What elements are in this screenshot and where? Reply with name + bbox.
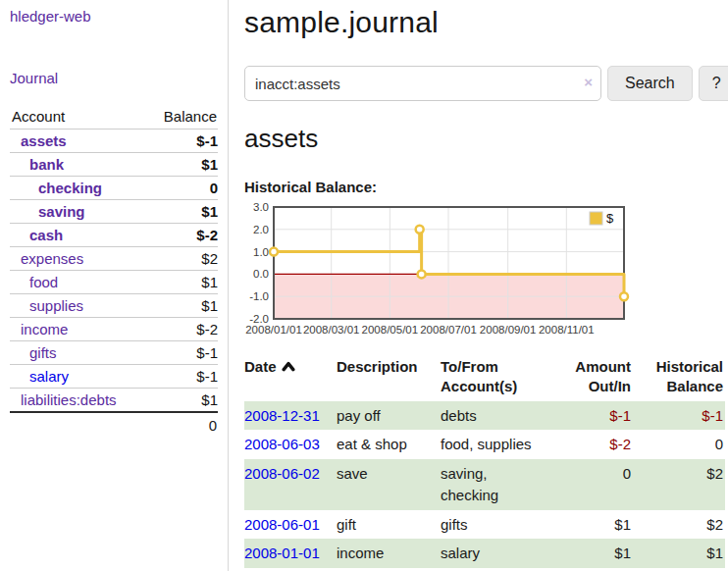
account-row: bank$1: [10, 153, 218, 177]
account-row: food$1: [10, 271, 218, 294]
account-balance: $1: [146, 389, 218, 413]
account-link[interactable]: cash: [29, 227, 63, 243]
register-balance-cell: 0: [633, 430, 725, 459]
register-header-row: Date Description To/From Account(s) Amou…: [244, 355, 725, 401]
account-link[interactable]: salary: [29, 368, 69, 385]
account-name-cell: income: [10, 318, 146, 341]
account-heading: assets: [244, 124, 728, 154]
register-date-cell: 2008-01-01: [244, 539, 337, 568]
register-header-date[interactable]: Date: [244, 355, 337, 401]
register-balance-cell: $1: [633, 539, 725, 568]
account-name-cell: gifts: [10, 341, 146, 365]
register-amount-cell: $-1: [546, 401, 633, 431]
register-balance-cell: $-1: [633, 401, 725, 431]
account-link[interactable]: income: [21, 321, 68, 337]
search-input[interactable]: [244, 66, 601, 101]
account-row: cash$-2: [10, 224, 218, 247]
sidebar-item-journal[interactable]: Journal: [10, 70, 218, 86]
account-row: salary$-1: [10, 365, 218, 389]
account-link[interactable]: assets: [21, 132, 67, 149]
account-name-cell: bank: [10, 153, 146, 177]
accounts-total-row: 0: [10, 412, 218, 438]
account-name-cell: assets: [10, 130, 146, 153]
transaction-date-link[interactable]: 2008-06-01: [244, 516, 320, 533]
account-row: assets$-1: [10, 130, 218, 153]
transaction-date-link[interactable]: 2008-01-01: [244, 545, 320, 561]
account-row: saving$1: [10, 200, 218, 224]
x-axis-tick: 2008/11/01: [539, 324, 595, 336]
chart-svg: $3.02.01.00.0-1.0-2.02008/01/012008/03/0…: [244, 201, 702, 338]
account-row: liabilities:debts$1: [10, 389, 218, 413]
y-axis-tick: 0.0: [253, 268, 269, 280]
register-row: 2008-06-01giftgifts$1$2: [244, 510, 725, 540]
search-button[interactable]: Search: [607, 66, 693, 101]
register-description-cell: gift: [337, 510, 441, 540]
transaction-date-link[interactable]: 2008-06-03: [244, 436, 320, 452]
chart-title: Historical Balance:: [244, 179, 728, 195]
register-accounts-cell: gifts: [441, 510, 546, 540]
main-content: sample.journal × Search ? assets Histori…: [229, 0, 728, 571]
sort-asc-icon: [282, 357, 295, 377]
register-date-cell: 2008-06-02: [244, 459, 337, 510]
account-name-cell: expenses: [10, 247, 146, 271]
y-axis-tick: 3.0: [253, 201, 269, 213]
register-amount-cell: $1: [546, 539, 633, 568]
accounts-header-account: Account: [10, 105, 146, 130]
account-row: gifts$-1: [10, 341, 218, 365]
transaction-date-link[interactable]: 2008-12-31: [244, 407, 320, 424]
brand-link[interactable]: hledger-web: [10, 8, 218, 25]
x-axis-tick: 2008/05/01: [362, 324, 419, 336]
accounts-tbody: assets$-1bank$1checking0saving$1cash$-2e…: [10, 130, 218, 413]
account-name-cell: food: [10, 271, 146, 294]
account-link[interactable]: checking: [38, 180, 102, 196]
register-row: 2008-12-31pay offdebts$-1$-1: [244, 401, 725, 431]
account-balance: $1: [146, 153, 218, 177]
account-balance: $-2: [146, 318, 218, 341]
register-date-cell: 2008-12-31: [244, 401, 337, 431]
register-row: 2008-06-02savesaving, checking0$2: [244, 459, 725, 510]
account-balance: $-1: [146, 130, 218, 153]
account-link[interactable]: gifts: [29, 344, 57, 361]
account-row: income$-2: [10, 318, 218, 341]
register-row: 2008-06-03eat & shopfood, supplies$-20: [244, 430, 725, 459]
x-axis-tick: 2008/03/01: [303, 324, 360, 336]
register-amount-cell: 0: [546, 459, 633, 510]
account-balance: 0: [146, 177, 218, 200]
account-name-cell: liabilities:debts: [10, 389, 146, 413]
account-link[interactable]: supplies: [29, 297, 83, 314]
account-row: supplies$1: [10, 294, 218, 318]
register-tbody: 2008-12-31pay offdebts$-1$-12008-06-03ea…: [244, 401, 725, 569]
account-balance: $1: [146, 294, 218, 318]
clear-search-icon[interactable]: ×: [584, 74, 593, 90]
data-point-marker: [270, 248, 278, 256]
account-row: expenses$2: [10, 247, 218, 271]
account-balance: $-1: [146, 341, 218, 365]
register-header-date-label: Date: [244, 358, 277, 375]
account-name-cell: saving: [10, 200, 146, 224]
account-link[interactable]: expenses: [21, 250, 83, 267]
account-balance: $-1: [146, 365, 218, 389]
x-axis-tick: 2008/09/01: [480, 324, 537, 336]
account-link[interactable]: liabilities:debts: [21, 391, 117, 408]
register-accounts-cell: salary: [441, 539, 546, 568]
page-title: sample.journal: [244, 6, 728, 39]
sidebar: hledger-web Journal Account Balance asse…: [0, 0, 229, 571]
balance-chart: $3.02.01.00.0-1.0-2.02008/01/012008/03/0…: [244, 201, 728, 338]
help-button[interactable]: ?: [699, 66, 728, 101]
register-date-cell: 2008-06-03: [244, 430, 337, 459]
transaction-date-link[interactable]: 2008-06-02: [244, 465, 320, 482]
account-link[interactable]: food: [29, 274, 58, 290]
account-link[interactable]: saving: [38, 203, 85, 220]
register-accounts-cell: saving, checking: [441, 459, 546, 510]
account-name-cell: checking: [10, 177, 146, 200]
search-input-wrap: ×: [244, 66, 601, 101]
account-name-cell: salary: [10, 365, 146, 389]
search-form: × Search ?: [244, 66, 728, 101]
account-link[interactable]: bank: [29, 156, 64, 173]
data-point-marker: [418, 270, 426, 278]
account-name-cell: cash: [10, 224, 146, 247]
register-balance-cell: $2: [633, 459, 725, 510]
accounts-header-balance: Balance: [146, 105, 218, 130]
account-balance: $2: [146, 247, 218, 271]
account-name-cell: supplies: [10, 294, 146, 318]
